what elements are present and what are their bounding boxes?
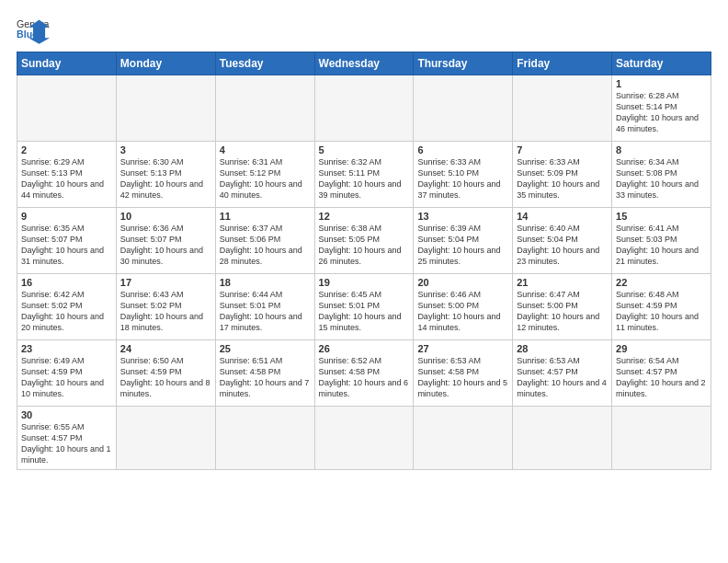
calendar-cell: 7Sunrise: 6:33 AM Sunset: 5:09 PM Daylig… — [513, 142, 612, 208]
day-number: 27 — [417, 343, 508, 354]
day-info: Sunrise: 6:34 AM Sunset: 5:08 PM Dayligh… — [616, 156, 707, 201]
calendar-cell: 22Sunrise: 6:48 AM Sunset: 4:59 PM Dayli… — [612, 274, 711, 340]
day-number: 21 — [517, 277, 608, 288]
day-info: Sunrise: 6:38 AM Sunset: 5:05 PM Dayligh… — [319, 223, 410, 268]
day-number: 23 — [21, 343, 112, 354]
day-number: 6 — [417, 144, 508, 155]
calendar-cell — [414, 75, 513, 142]
day-number: 26 — [319, 343, 410, 354]
calendar-cell: 2Sunrise: 6:29 AM Sunset: 5:13 PM Daylig… — [17, 142, 117, 208]
day-info: Sunrise: 6:50 AM Sunset: 4:59 PM Dayligh… — [120, 355, 211, 400]
day-info: Sunrise: 6:40 AM Sunset: 5:04 PM Dayligh… — [517, 223, 608, 268]
day-info: Sunrise: 6:29 AM Sunset: 5:13 PM Dayligh… — [21, 156, 112, 201]
calendar-cell: 5Sunrise: 6:32 AM Sunset: 5:11 PM Daylig… — [314, 142, 414, 208]
day-number: 20 — [417, 277, 508, 288]
day-number: 7 — [517, 144, 608, 155]
day-number: 13 — [417, 211, 508, 222]
calendar-cell — [314, 407, 414, 470]
day-info: Sunrise: 6:37 AM Sunset: 5:06 PM Dayligh… — [220, 223, 311, 268]
day-info: Sunrise: 6:51 AM Sunset: 4:58 PM Dayligh… — [220, 355, 311, 400]
day-number: 28 — [517, 343, 608, 354]
calendar-cell — [414, 407, 513, 470]
calendar-cell: 24Sunrise: 6:50 AM Sunset: 4:59 PM Dayli… — [116, 340, 215, 407]
day-info: Sunrise: 6:53 AM Sunset: 4:57 PM Dayligh… — [517, 355, 608, 400]
calendar-cell: 9Sunrise: 6:35 AM Sunset: 5:07 PM Daylig… — [17, 208, 117, 274]
day-number: 24 — [120, 343, 211, 354]
day-info: Sunrise: 6:33 AM Sunset: 5:09 PM Dayligh… — [517, 156, 608, 201]
calendar-cell: 20Sunrise: 6:46 AM Sunset: 5:00 PM Dayli… — [414, 274, 513, 340]
day-info: Sunrise: 6:28 AM Sunset: 5:14 PM Dayligh… — [616, 90, 707, 135]
calendar-cell — [612, 407, 711, 470]
calendar-cell: 29Sunrise: 6:54 AM Sunset: 4:57 PM Dayli… — [612, 340, 711, 407]
weekday-header-monday: Monday — [116, 52, 215, 75]
day-info: Sunrise: 6:39 AM Sunset: 5:04 PM Dayligh… — [417, 223, 508, 268]
calendar-cell: 21Sunrise: 6:47 AM Sunset: 5:00 PM Dayli… — [513, 274, 612, 340]
calendar-cell: 11Sunrise: 6:37 AM Sunset: 5:06 PM Dayli… — [215, 208, 314, 274]
day-number: 29 — [616, 343, 707, 354]
day-number: 25 — [220, 343, 311, 354]
calendar-cell — [116, 407, 215, 470]
calendar-cell: 6Sunrise: 6:33 AM Sunset: 5:10 PM Daylig… — [414, 142, 513, 208]
calendar-cell: 19Sunrise: 6:45 AM Sunset: 5:01 PM Dayli… — [314, 274, 414, 340]
weekday-header-tuesday: Tuesday — [215, 52, 314, 75]
calendar-cell: 14Sunrise: 6:40 AM Sunset: 5:04 PM Dayli… — [513, 208, 612, 274]
day-number: 10 — [120, 211, 211, 222]
day-info: Sunrise: 6:48 AM Sunset: 4:59 PM Dayligh… — [616, 289, 707, 334]
page: General Blue SundayMondayTuesdayWednesda… — [0, 0, 728, 563]
generalblue-icon: General Blue — [17, 17, 50, 44]
day-info: Sunrise: 6:41 AM Sunset: 5:03 PM Dayligh… — [616, 223, 707, 268]
day-info: Sunrise: 6:47 AM Sunset: 5:00 PM Dayligh… — [517, 289, 608, 334]
calendar-cell — [314, 75, 414, 142]
day-number: 4 — [220, 144, 311, 155]
calendar-cell — [116, 75, 215, 142]
calendar-cell: 12Sunrise: 6:38 AM Sunset: 5:05 PM Dayli… — [314, 208, 414, 274]
weekday-header-sunday: Sunday — [17, 52, 117, 75]
logo: General Blue — [17, 17, 50, 44]
weekday-header-friday: Friday — [513, 52, 612, 75]
weekday-header-wednesday: Wednesday — [314, 52, 414, 75]
day-number: 11 — [220, 211, 311, 222]
calendar-cell: 8Sunrise: 6:34 AM Sunset: 5:08 PM Daylig… — [612, 142, 711, 208]
calendar-cell — [215, 75, 314, 142]
day-info: Sunrise: 6:36 AM Sunset: 5:07 PM Dayligh… — [120, 223, 211, 268]
weekday-header-thursday: Thursday — [414, 52, 513, 75]
calendar-cell — [17, 75, 117, 142]
calendar-cell: 1Sunrise: 6:28 AM Sunset: 5:14 PM Daylig… — [612, 75, 711, 142]
day-info: Sunrise: 6:49 AM Sunset: 4:59 PM Dayligh… — [21, 355, 112, 400]
day-number: 15 — [616, 211, 707, 222]
calendar-cell: 23Sunrise: 6:49 AM Sunset: 4:59 PM Dayli… — [17, 340, 117, 407]
calendar-cell: 30Sunrise: 6:55 AM Sunset: 4:57 PM Dayli… — [17, 407, 117, 470]
day-number: 1 — [616, 78, 707, 89]
calendar-cell: 18Sunrise: 6:44 AM Sunset: 5:01 PM Dayli… — [215, 274, 314, 340]
calendar-cell — [215, 407, 314, 470]
day-info: Sunrise: 6:30 AM Sunset: 5:13 PM Dayligh… — [120, 156, 211, 201]
day-number: 5 — [319, 144, 410, 155]
day-number: 12 — [319, 211, 410, 222]
day-info: Sunrise: 6:53 AM Sunset: 4:58 PM Dayligh… — [417, 355, 508, 400]
day-info: Sunrise: 6:54 AM Sunset: 4:57 PM Dayligh… — [616, 355, 707, 400]
calendar-cell: 4Sunrise: 6:31 AM Sunset: 5:12 PM Daylig… — [215, 142, 314, 208]
day-number: 22 — [616, 277, 707, 288]
calendar-cell: 3Sunrise: 6:30 AM Sunset: 5:13 PM Daylig… — [116, 142, 215, 208]
calendar-cell: 26Sunrise: 6:52 AM Sunset: 4:58 PM Dayli… — [314, 340, 414, 407]
day-number: 30 — [21, 409, 112, 420]
day-number: 16 — [21, 277, 112, 288]
day-number: 8 — [616, 144, 707, 155]
calendar-cell: 28Sunrise: 6:53 AM Sunset: 4:57 PM Dayli… — [513, 340, 612, 407]
calendar-cell: 13Sunrise: 6:39 AM Sunset: 5:04 PM Dayli… — [414, 208, 513, 274]
day-info: Sunrise: 6:35 AM Sunset: 5:07 PM Dayligh… — [21, 223, 112, 268]
calendar-cell: 10Sunrise: 6:36 AM Sunset: 5:07 PM Dayli… — [116, 208, 215, 274]
day-number: 3 — [120, 144, 211, 155]
day-info: Sunrise: 6:44 AM Sunset: 5:01 PM Dayligh… — [220, 289, 311, 334]
day-number: 14 — [517, 211, 608, 222]
calendar-cell: 27Sunrise: 6:53 AM Sunset: 4:58 PM Dayli… — [414, 340, 513, 407]
calendar-cell — [513, 407, 612, 470]
day-number: 2 — [21, 144, 112, 155]
day-number: 18 — [220, 277, 311, 288]
calendar-cell: 25Sunrise: 6:51 AM Sunset: 4:58 PM Dayli… — [215, 340, 314, 407]
day-info: Sunrise: 6:46 AM Sunset: 5:00 PM Dayligh… — [417, 289, 508, 334]
calendar-cell: 17Sunrise: 6:43 AM Sunset: 5:02 PM Dayli… — [116, 274, 215, 340]
day-info: Sunrise: 6:52 AM Sunset: 4:58 PM Dayligh… — [319, 355, 410, 400]
calendar-cell: 16Sunrise: 6:42 AM Sunset: 5:02 PM Dayli… — [17, 274, 117, 340]
day-number: 19 — [319, 277, 410, 288]
